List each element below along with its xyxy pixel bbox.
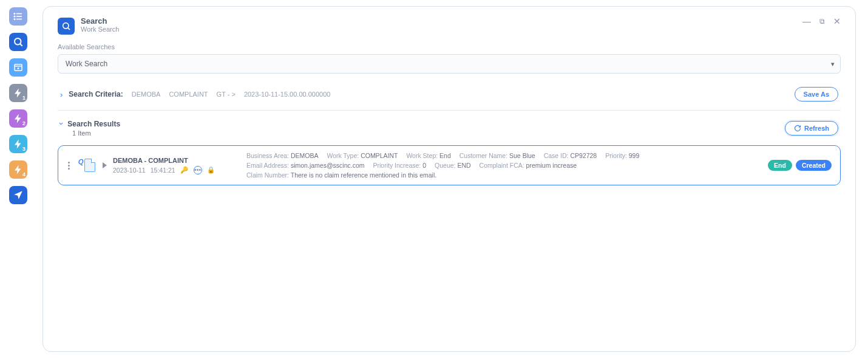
attachment-icon: 𝘘 <box>78 157 83 166</box>
svg-point-4 <box>14 16 15 17</box>
nav-bolt-3-button[interactable]: 3 <box>9 135 27 153</box>
field-label: Complaint FCA: <box>480 162 526 169</box>
field-value: End <box>439 152 451 159</box>
field-label: Claim Number: <box>246 171 291 179</box>
chat-icon: ••• <box>194 166 202 174</box>
left-nav-rail: 1 2 3 4 <box>0 0 36 358</box>
field-value: simon.james@sscinc.com <box>291 162 365 169</box>
field-label: Email Address: <box>246 162 291 169</box>
search-icon <box>61 21 71 31</box>
result-card[interactable]: 𝘘 DEMOBA - COMPLAINT 2023-10-11 15:41:21… <box>58 145 841 185</box>
field-pair: Priority: 999 <box>605 152 639 159</box>
svg-line-13 <box>68 28 70 30</box>
field-pair: Customer Name: Sue Blue <box>459 152 535 159</box>
field-pair: Priority Increase: 0 <box>373 162 426 169</box>
field-value: DEMOBA <box>291 152 319 159</box>
result-date: 2023-10-11 <box>113 167 146 174</box>
status-pills: End Created <box>768 160 832 171</box>
select-value: Work Search <box>58 54 841 74</box>
result-time: 15:41:21 <box>151 167 175 174</box>
result-title: DEMOBA - COMPLAINT <box>113 157 240 164</box>
search-icon <box>13 36 24 47</box>
minimize-button[interactable]: — <box>802 16 811 26</box>
nav-add-window-button[interactable] <box>9 58 27 77</box>
refresh-label: Refresh <box>804 125 829 132</box>
field-label: Business Area: <box>246 152 291 159</box>
result-fields: Business Area: DEMOBAWork Type: COMPLAIN… <box>246 152 757 179</box>
more-actions-button[interactable] <box>67 162 71 170</box>
field-label: Priority Increase: <box>373 162 422 169</box>
svg-line-7 <box>20 44 22 46</box>
svg-point-5 <box>14 19 15 20</box>
result-summary: DEMOBA - COMPLAINT 2023-10-11 15:41:21 🔑… <box>113 157 240 174</box>
criteria-chip: 2023-10-11-15.00.00.000000 <box>244 91 331 98</box>
badge-2: 2 <box>22 120 25 126</box>
search-criteria-row: › Search Criteria: DEMOBA COMPLAINT GT -… <box>58 87 841 102</box>
panel-subtitle: Work Search <box>81 26 119 33</box>
field-value: premium increase <box>526 162 577 169</box>
field-pair: Work Step: End <box>406 152 450 159</box>
nav-list-button[interactable] <box>9 7 27 26</box>
field-value: There is no claim reference mentioned in… <box>291 171 436 179</box>
svg-point-3 <box>14 13 15 15</box>
divider <box>58 110 841 111</box>
criteria-chip: COMPLAINT <box>169 91 208 98</box>
main-area: Search Work Search — ⧉ ✕ Available Searc… <box>36 0 868 358</box>
nav-bolt-4-button[interactable]: 4 <box>9 160 27 179</box>
field-label: Queue: <box>435 162 457 169</box>
criteria-chip: DEMOBA <box>132 91 161 98</box>
field-label: Customer Name: <box>459 152 509 159</box>
panel-title: Search <box>81 16 119 26</box>
lock-icon: 🔒 <box>207 166 215 174</box>
field-pair: Queue: END <box>435 162 471 169</box>
field-pair: Claim Number: There is no claim referenc… <box>246 171 436 179</box>
field-pair: Business Area: DEMOBA <box>246 152 318 159</box>
field-label: Case ID: <box>544 152 571 159</box>
field-value: CP92728 <box>570 152 597 159</box>
criteria-toggle[interactable]: › <box>60 90 63 99</box>
refresh-icon <box>794 125 801 132</box>
available-searches-select[interactable]: Work Search ▾ <box>58 54 841 74</box>
list-icon <box>13 11 24 22</box>
window-controls: — ⧉ ✕ <box>802 16 841 26</box>
field-pair: Complaint FCA: premium increase <box>480 162 577 169</box>
expand-play-button[interactable] <box>103 162 107 168</box>
available-searches-label: Available Searches <box>58 43 841 50</box>
nav-search-button[interactable] <box>9 33 27 51</box>
nav-send-button[interactable] <box>9 186 27 204</box>
status-created-pill: Created <box>796 160 832 171</box>
document-icon: 𝘘 <box>77 157 95 173</box>
status-end-pill: End <box>768 160 792 171</box>
save-as-button[interactable]: Save As <box>795 87 838 102</box>
panel-header-icon <box>58 18 75 35</box>
close-button[interactable]: ✕ <box>833 16 841 26</box>
criteria-chip: GT - > <box>217 91 236 98</box>
badge-1: 1 <box>22 95 25 101</box>
results-toggle[interactable]: › <box>57 122 66 125</box>
panel-header: Search Work Search — ⧉ ✕ <box>58 16 841 35</box>
popout-button[interactable]: ⧉ <box>819 17 825 26</box>
refresh-button[interactable]: Refresh <box>785 121 838 136</box>
field-label: Work Type: <box>327 152 361 159</box>
add-window-icon <box>13 62 24 73</box>
search-panel: Search Work Search — ⧉ ✕ Available Searc… <box>42 6 856 352</box>
field-pair: Email Address: simon.james@sscinc.com <box>246 162 364 169</box>
svg-point-12 <box>63 23 69 29</box>
field-label: Work Step: <box>406 152 439 159</box>
field-pair: Work Type: COMPLAINT <box>327 152 398 159</box>
field-value: 0 <box>422 162 426 169</box>
svg-point-6 <box>15 38 21 45</box>
criteria-label: Search Criteria: <box>69 90 123 98</box>
field-value: 999 <box>629 152 640 159</box>
nav-bolt-1-button[interactable]: 1 <box>9 84 27 102</box>
nav-bolt-2-button[interactable]: 2 <box>9 109 27 128</box>
field-value: END <box>457 162 470 169</box>
field-pair: Case ID: CP92728 <box>544 152 597 159</box>
results-title: Search Results <box>67 120 120 128</box>
search-results-header: › Search Results 1 Item Refresh <box>58 119 841 137</box>
results-count: 1 Item <box>72 129 120 137</box>
badge-3: 3 <box>22 146 25 152</box>
send-icon <box>13 190 24 201</box>
field-value: Sue Blue <box>509 152 535 159</box>
field-label: Priority: <box>605 152 629 159</box>
